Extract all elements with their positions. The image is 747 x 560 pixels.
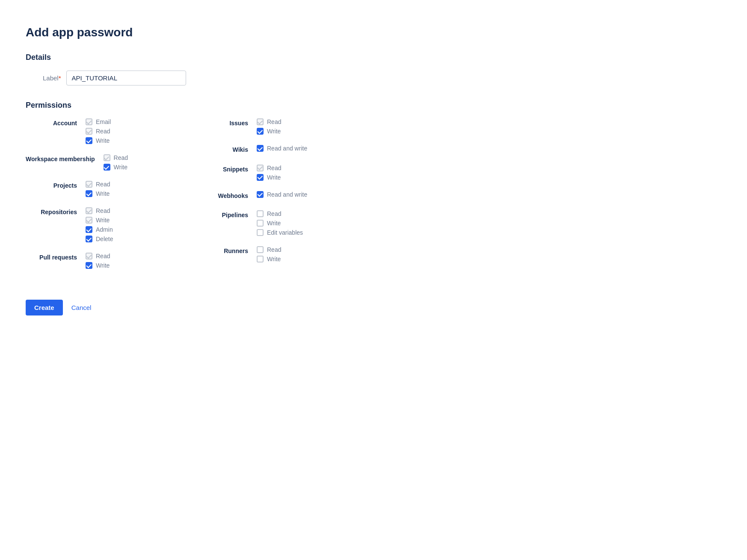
checkbox-row[interactable]: Read — [257, 165, 281, 171]
label-field-label: Label* — [43, 74, 61, 82]
checkbox-icon[interactable] — [86, 181, 92, 188]
checkbox-row[interactable]: Write — [86, 137, 111, 144]
perm-options: ReadWrite — [257, 118, 281, 135]
checkbox-icon[interactable] — [86, 226, 92, 233]
checkbox-label: Edit variables — [267, 229, 303, 236]
checkbox-row[interactable]: Edit variables — [257, 229, 303, 236]
perm-group: RunnersReadWrite — [197, 246, 368, 262]
checkbox-label: Read — [96, 128, 110, 135]
perm-group-label: Webhooks — [197, 191, 257, 200]
perm-group: PipelinesReadWriteEdit variables — [197, 210, 368, 236]
checkbox-icon[interactable] — [257, 256, 264, 262]
perm-group: AccountEmailReadWrite — [26, 118, 197, 144]
checkbox-row[interactable]: Read and write — [257, 145, 307, 152]
checkbox-row[interactable]: Read — [86, 181, 110, 188]
perm-group-label: Snippets — [197, 165, 257, 174]
perm-group-label: Pull requests — [26, 253, 86, 262]
checkbox-row[interactable]: Read — [86, 253, 110, 259]
perm-options: ReadWrite — [257, 165, 281, 181]
label-input[interactable] — [66, 71, 186, 85]
checkbox-icon[interactable] — [257, 210, 264, 217]
checkbox-icon[interactable] — [86, 128, 92, 135]
checkbox-label: Write — [114, 164, 127, 171]
checkbox-label: Write — [96, 262, 110, 269]
perm-group-label: Workspace membership — [26, 154, 104, 164]
checkbox-icon[interactable] — [257, 174, 264, 181]
checkbox-label: Write — [267, 128, 281, 135]
checkbox-label: Read — [267, 210, 281, 217]
perm-group-label: Runners — [197, 246, 257, 256]
checkbox-row[interactable]: Write — [257, 256, 281, 262]
checkbox-row[interactable]: Write — [257, 174, 281, 181]
checkbox-label: Write — [267, 174, 281, 181]
checkbox-label: Write — [267, 256, 281, 262]
cancel-button[interactable]: Cancel — [70, 300, 93, 315]
checkbox-row[interactable]: Read — [257, 246, 281, 253]
checkbox-row[interactable]: Read — [257, 210, 303, 217]
perm-options: EmailReadWrite — [86, 118, 111, 144]
checkbox-icon[interactable] — [104, 164, 110, 171]
create-button[interactable]: Create — [26, 300, 63, 315]
checkbox-label: Read — [96, 253, 110, 259]
checkbox-icon[interactable] — [257, 165, 264, 171]
checkbox-label: Read — [267, 165, 281, 171]
perm-group-label: Issues — [197, 118, 257, 128]
checkbox-icon[interactable] — [86, 217, 92, 224]
checkbox-row[interactable]: Read — [86, 128, 111, 135]
perm-group-label: Pipelines — [197, 210, 257, 220]
checkbox-row[interactable]: Read — [104, 154, 128, 161]
perm-options: ReadWrite — [86, 253, 110, 269]
checkbox-icon[interactable] — [104, 154, 110, 161]
checkbox-label: Write — [96, 217, 110, 224]
checkbox-icon[interactable] — [86, 118, 92, 125]
checkbox-row[interactable]: Read and write — [257, 191, 307, 198]
perm-group: Workspace membershipReadWrite — [26, 154, 197, 171]
details-section-title: Details — [26, 53, 368, 62]
checkbox-icon[interactable] — [86, 236, 92, 242]
checkbox-row[interactable]: Read — [86, 207, 113, 214]
checkbox-icon[interactable] — [257, 246, 264, 253]
checkbox-icon[interactable] — [257, 220, 264, 227]
checkbox-row[interactable]: Write — [257, 220, 303, 227]
checkbox-label: Write — [267, 220, 281, 227]
checkbox-icon[interactable] — [86, 253, 92, 259]
permissions-left: AccountEmailReadWriteWorkspace membershi… — [26, 118, 197, 279]
checkbox-icon[interactable] — [257, 128, 264, 135]
perm-options: ReadWriteEdit variables — [257, 210, 303, 236]
checkbox-icon[interactable] — [257, 145, 264, 152]
details-section: Details Label* — [26, 53, 368, 85]
checkbox-row[interactable]: Read — [257, 118, 281, 125]
checkbox-icon[interactable] — [86, 137, 92, 144]
checkbox-label: Write — [96, 137, 110, 144]
perm-options: ReadWrite — [104, 154, 128, 171]
perm-group-label: Projects — [26, 181, 86, 190]
perm-options: ReadWrite — [257, 246, 281, 262]
perm-group: IssuesReadWrite — [197, 118, 368, 135]
required-star: * — [59, 74, 61, 82]
checkbox-icon[interactable] — [86, 207, 92, 214]
checkbox-row[interactable]: Admin — [86, 226, 113, 233]
perm-group: WebhooksRead and write — [197, 191, 368, 200]
checkbox-icon[interactable] — [257, 118, 264, 125]
checkbox-row[interactable]: Write — [86, 217, 113, 224]
perm-group-label: Repositories — [26, 207, 86, 217]
checkbox-row[interactable]: Delete — [86, 236, 113, 242]
checkbox-icon[interactable] — [86, 262, 92, 269]
checkbox-row[interactable]: Write — [86, 262, 110, 269]
checkbox-label: Read — [114, 154, 128, 161]
checkbox-label: Read — [96, 207, 110, 214]
perm-group-label: Wikis — [197, 145, 257, 154]
checkbox-icon[interactable] — [257, 191, 264, 198]
actions-row: Create Cancel — [26, 300, 368, 315]
permissions-right: IssuesReadWriteWikisRead and writeSnippe… — [197, 118, 368, 279]
checkbox-icon[interactable] — [257, 229, 264, 236]
checkbox-row[interactable]: Write — [86, 190, 110, 197]
checkbox-row[interactable]: Write — [104, 164, 128, 171]
checkbox-row[interactable]: Write — [257, 128, 281, 135]
perm-options: ReadWrite — [86, 181, 110, 197]
checkbox-label: Read and write — [267, 145, 307, 152]
checkbox-row[interactable]: Email — [86, 118, 111, 125]
permissions-section-title: Permissions — [26, 101, 368, 110]
checkbox-icon[interactable] — [86, 190, 92, 197]
checkbox-label: Read — [267, 118, 281, 125]
